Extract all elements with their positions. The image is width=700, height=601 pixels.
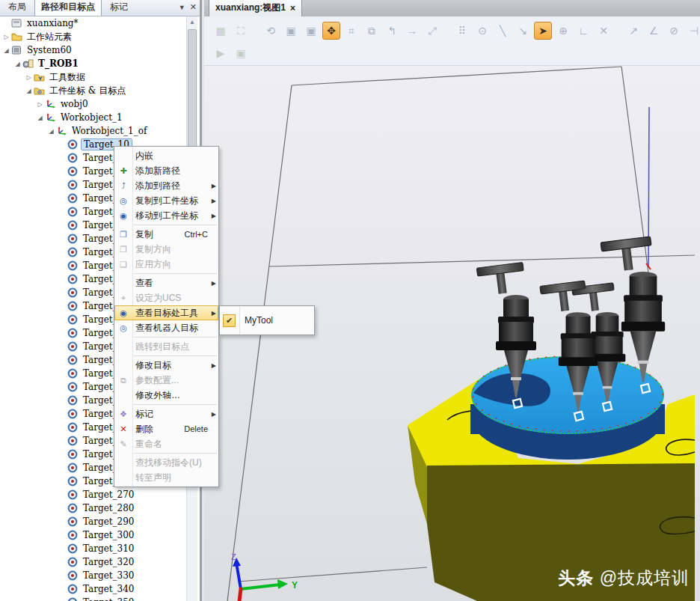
expander-expanded-icon[interactable]: ◢ xyxy=(13,61,22,67)
applygray-icon: ❏ xyxy=(114,257,132,272)
expander-expanded-icon[interactable]: ◢ xyxy=(1,47,11,54)
move-hand-button[interactable]: ✥ xyxy=(322,22,340,40)
tree-item-label: xuanxiang* xyxy=(25,18,81,28)
menu-item-copy[interactable]: ❐复制Ctrl+C xyxy=(114,227,218,242)
copy-icon: ❐ xyxy=(114,227,132,242)
mytool-checkbox[interactable]: ✔ xyxy=(223,314,236,327)
target-icon xyxy=(67,247,79,257)
tree-item-target-310[interactable]: Target_310 xyxy=(0,542,188,555)
tree-item-target-270[interactable]: Target_270 xyxy=(0,488,188,501)
blue-part[interactable] xyxy=(470,356,665,460)
tree-item-workobject-1-of[interactable]: ◢Workobject_1_of xyxy=(0,124,188,138)
menu-item-add-to-path[interactable]: ⤴添加到路径▶ xyxy=(114,178,218,193)
tree-item-label: Target_350 xyxy=(81,597,136,601)
expander-collapsed-icon[interactable]: ▷ xyxy=(35,101,45,108)
menu-separator xyxy=(134,273,217,274)
target-icon xyxy=(67,463,79,473)
tree-item-system60[interactable]: ◢System60 xyxy=(0,43,188,57)
menu-item-label: 删除 xyxy=(135,423,184,436)
tree-item-xuanxiang[interactable]: xuanxiang* xyxy=(0,16,188,30)
menu-item-set-as-ucs: ⌖设定为UCS xyxy=(114,290,218,305)
tree-item-t-rob1[interactable]: ◢T_ROB1 xyxy=(0,57,188,70)
turn-branch-button: ↰ xyxy=(383,22,401,40)
menu-separator xyxy=(134,356,217,356)
tree-item-target-290[interactable]: Target_290 xyxy=(0,515,188,528)
menu-item-add-new-path[interactable]: ✚添加新路径 xyxy=(114,163,218,178)
menu-item-delete[interactable]: ✕删除Delete xyxy=(114,421,218,436)
target-icon xyxy=(67,180,79,190)
tree-item-target-300[interactable]: Target_300 xyxy=(0,528,188,542)
target-icon xyxy=(67,409,79,419)
tree-item-label: 工件坐标 & 目标点 xyxy=(47,85,128,97)
expander-expanded-icon[interactable]: ◢ xyxy=(24,88,34,94)
target-icon xyxy=(67,328,79,338)
target-icon xyxy=(67,543,79,554)
close-panel-icon[interactable]: ✕ xyxy=(190,2,197,13)
expander-expanded-icon[interactable]: ◢ xyxy=(35,115,45,121)
menu-item-copy-to-workobject[interactable]: ◎复制到工件坐标▶ xyxy=(114,193,218,208)
scroll-up-arrow-icon[interactable]: ▲ xyxy=(187,16,197,28)
target-icon xyxy=(67,436,79,446)
expander-expanded-icon[interactable]: ◢ xyxy=(46,128,56,135)
tree-item-target-350[interactable]: Target_350 xyxy=(0,596,188,601)
snap-object-button[interactable]: ➤ xyxy=(534,22,552,40)
menu-item-label: 重命名 xyxy=(135,438,218,451)
menu-item-view-tool-at-target[interactable]: ◉查看目标处工具▶ xyxy=(114,305,218,320)
tree-item-label: wobj0 xyxy=(58,99,90,109)
tree-item-workobject-1[interactable]: ◢Workobject_1 xyxy=(0,111,188,124)
menu-item-modify-external-axis[interactable]: 修改外轴… xyxy=(114,388,218,403)
menu-item-label: 转至声明 xyxy=(135,472,218,484)
target-icon xyxy=(67,503,79,513)
submenu-arrow-icon: ▶ xyxy=(212,280,216,287)
target-icon xyxy=(67,476,79,486)
tree-item-node[interactable]: ▷工作站元素 xyxy=(0,30,188,43)
menu-item-modify-target[interactable]: 修改目标▶ xyxy=(114,358,218,373)
tab-layout[interactable]: 布局 xyxy=(1,0,33,16)
wobjfolder-icon xyxy=(34,85,45,96)
menu-item-move-to-workobject[interactable]: ◉移动到工件坐标▶ xyxy=(114,208,218,223)
tab-paths-targets[interactable]: 路径和目标点 xyxy=(34,0,102,16)
tree-item-node[interactable]: ◢工件坐标 & 目标点 xyxy=(0,84,188,97)
menu-item-label: 移动到工件坐标 xyxy=(135,210,218,222)
tree-item-label: T_ROB1 xyxy=(36,58,81,69)
renamegray-icon: ✎ xyxy=(114,436,132,451)
copygray-icon: ❐ xyxy=(114,242,132,257)
select-linked-button: ⧉ xyxy=(363,22,381,40)
measure-angle-button: ∠ xyxy=(645,22,663,40)
menu-item-view-robot-target[interactable]: ◎查看机器人目标 xyxy=(114,320,218,335)
viewport-tab[interactable]: xuanxiang:视图1 × xyxy=(209,0,302,16)
viewrobot-icon: ◎ xyxy=(114,320,132,335)
tree-item-node[interactable]: ▷工具数据 xyxy=(0,70,188,84)
menu-item-label: 修改目标 xyxy=(135,359,218,372)
watermark-prefix: 头条 xyxy=(558,568,594,588)
viewport-tab-close-icon[interactable]: × xyxy=(290,3,295,13)
expander-collapsed-icon[interactable]: ▷ xyxy=(1,34,11,40)
expander-collapsed-icon[interactable]: ▷ xyxy=(24,74,34,81)
tree-item-target-320[interactable]: Target_320 xyxy=(0,555,188,569)
mytool-label[interactable]: MyTool xyxy=(245,315,273,326)
target-icon xyxy=(67,301,79,311)
movewobj-icon: ◉ xyxy=(114,208,132,223)
tab-tags[interactable]: 标记 xyxy=(103,0,135,16)
menu-item-tag[interactable]: ❖标记▶ xyxy=(114,406,218,421)
viewport-toolbar: ▦⛶⟲▣▣✥⌗⧉↰→⤢⠿⊙╲↘➤⊕∟✕↗∠⊘⊣❏ ▶▣ xyxy=(204,16,700,66)
pin-panel-icon[interactable]: ▼ xyxy=(179,2,185,13)
axis-z-label: Z xyxy=(231,552,236,561)
robot-icon xyxy=(22,58,34,69)
frame-icon xyxy=(45,112,56,123)
configgray-icon: ⧉ xyxy=(114,373,132,388)
tree-item-target-340[interactable]: Target_340 xyxy=(0,582,188,596)
tree-item-wobj0[interactable]: ▷wobj0 xyxy=(0,97,188,111)
menu-item-view[interactable]: 查看▶ xyxy=(114,275,218,290)
target-icon xyxy=(67,139,79,150)
tree-item-target-280[interactable]: Target_280 xyxy=(0,501,188,515)
target-context-menu: 内嵌✚添加新路径⤴添加到路径▶◎复制到工件坐标▶◉移动到工件坐标▶❐复制Ctrl… xyxy=(114,146,219,487)
axis-y-label: Y xyxy=(292,580,298,591)
menu-item-label: 设定为UCS xyxy=(135,292,218,305)
delete-icon: ✕ xyxy=(114,421,132,436)
tree-item-label: Target_320 xyxy=(81,557,136,567)
tree-item-target-330[interactable]: Target_330 xyxy=(0,569,188,582)
menu-item-embed[interactable]: 内嵌 xyxy=(114,148,218,163)
measure-point-to-point-button: ↗ xyxy=(624,22,642,40)
view-settings-button: ▦ xyxy=(212,22,230,40)
